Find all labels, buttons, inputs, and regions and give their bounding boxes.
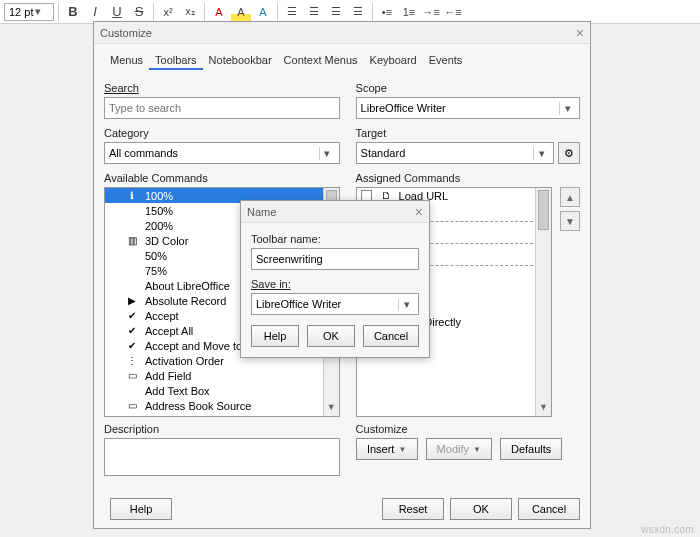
ok-button[interactable]: OK [450,498,512,520]
target-select[interactable]: Standard ▾ [356,142,554,164]
help-button[interactable]: Help [110,498,172,520]
command-icon: ⋮ [125,355,139,366]
save-in-label: Save in: [251,278,419,290]
indent-inc-button[interactable]: →≡ [421,2,441,22]
command-icon: ℹ [125,190,139,201]
cancel-button[interactable]: Cancel [363,325,419,347]
scope-label: Scope [356,82,580,94]
number-list-button[interactable]: 1≡ [399,2,419,22]
list-item-label: Accept All [145,325,193,337]
list-item-label: Add Text Box [145,385,210,397]
chevron-down-icon: ▼ [473,445,481,454]
fontsize-combo[interactable]: 12 pt ▾ [4,3,54,21]
list-item[interactable]: Add Text Box [105,383,339,398]
strikethrough-button[interactable]: S [129,2,149,22]
category-select[interactable]: All commands ▾ [104,142,340,164]
scroll-down-icon[interactable]: ▼ [324,402,339,416]
search-input[interactable] [104,97,340,119]
target-value: Standard [361,147,406,159]
search-label: Search [104,82,340,94]
help-button[interactable]: Help [251,325,299,347]
command-icon: ✔ [125,310,139,321]
separator [204,3,205,21]
chevron-down-icon: ▾ [398,298,414,311]
superscript-button[interactable]: x² [158,2,178,22]
command-icon: ✔ [125,325,139,336]
list-item-label: 75% [145,265,167,277]
separator [153,3,154,21]
command-icon: ▭ [125,400,139,411]
chevron-down-icon: ▾ [559,102,575,115]
cancel-button[interactable]: Cancel [518,498,580,520]
target-label: Target [356,127,580,139]
indent-dec-button[interactable]: ←≡ [443,2,463,22]
chevron-down-icon: ▾ [33,5,43,18]
bold-button[interactable]: B [63,2,83,22]
list-item-label: 3D Color [145,235,188,247]
name-dialog: Name × Toolbar name: Save in: LibreOffic… [240,200,430,358]
dialog-footer: Help Reset OK Cancel [104,498,580,520]
subscript-button[interactable]: x₂ [180,2,200,22]
bullet-list-button[interactable]: •≡ [377,2,397,22]
watermark: wsxdn.com [641,524,694,535]
highlight-button[interactable]: A [231,2,251,22]
dialog-titlebar[interactable]: Customize × [94,22,590,44]
align-justify-button[interactable]: ☰ [348,2,368,22]
tab-context-menus[interactable]: Context Menus [278,52,364,70]
close-icon[interactable]: × [576,25,584,41]
align-center-button[interactable]: ☰ [304,2,324,22]
assigned-label: Assigned Commands [356,172,580,184]
list-item-label: 150% [145,205,173,217]
chevron-down-icon: ▾ [533,147,549,160]
reset-button[interactable]: Reset [382,498,444,520]
toolbar-name-input[interactable] [251,248,419,270]
command-icon: ▶ [125,295,139,306]
separator [372,3,373,21]
tab-notebookbar[interactable]: Notebookbar [203,52,278,70]
char-style-button[interactable]: A [253,2,273,22]
tab-events[interactable]: Events [423,52,469,70]
customize-section-label: Customize [356,423,580,435]
scope-select[interactable]: LibreOffice Writer ▾ [356,97,580,119]
list-item-label: 200% [145,220,173,232]
scroll-thumb[interactable] [538,190,549,230]
font-color-button[interactable]: A [209,2,229,22]
chevron-down-icon: ▾ [319,147,335,160]
move-up-button[interactable]: ▲ [560,187,580,207]
tab-toolbars[interactable]: Toolbars [149,52,203,70]
move-down-button[interactable]: ▼ [560,211,580,231]
list-item[interactable]: ▭Address Book Source [105,398,339,413]
list-item[interactable]: Aging [105,413,339,417]
separator [277,3,278,21]
italic-button[interactable]: I [85,2,105,22]
gear-icon: ⚙ [564,147,574,160]
scroll-down-icon[interactable]: ▼ [536,402,551,416]
available-label: Available Commands [104,172,340,184]
list-item-label: 100% [145,190,173,202]
close-icon[interactable]: × [415,204,423,220]
command-icon: ▭ [125,370,139,381]
fontsize-value: 12 pt [9,6,33,18]
tab-menus[interactable]: Menus [104,52,149,70]
list-item-label: Add Field [145,370,191,382]
toolbar-name-label: Toolbar name: [251,233,419,245]
align-right-button[interactable]: ☰ [326,2,346,22]
align-left-button[interactable]: ☰ [282,2,302,22]
save-in-value: LibreOffice Writer [256,298,341,310]
underline-button[interactable]: U [107,2,127,22]
list-item-label: Absolute Record [145,295,226,307]
description-box [104,438,340,476]
scrollbar[interactable]: ▲ ▼ [535,188,551,416]
category-value: All commands [109,147,178,159]
modify-button[interactable]: Modify▼ [426,438,492,460]
target-settings-button[interactable]: ⚙ [558,142,580,164]
defaults-button[interactable]: Defaults [500,438,562,460]
list-item[interactable]: ▭Add Field [105,368,339,383]
insert-button[interactable]: Insert▼ [356,438,418,460]
scope-value: LibreOffice Writer [361,102,446,114]
dialog-titlebar[interactable]: Name × [241,201,429,223]
save-in-select[interactable]: LibreOffice Writer ▾ [251,293,419,315]
list-item-label: Aging [145,415,173,418]
ok-button[interactable]: OK [307,325,355,347]
tab-keyboard[interactable]: Keyboard [364,52,423,70]
